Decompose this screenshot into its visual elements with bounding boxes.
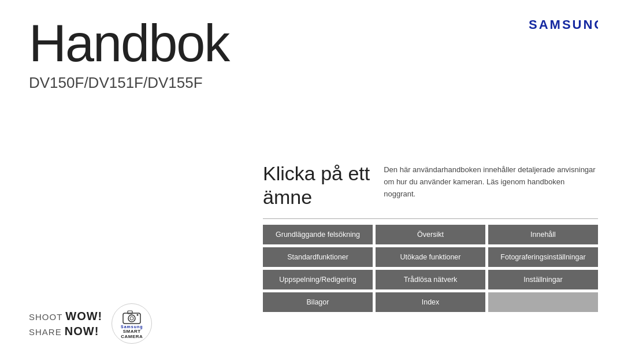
topic-title-line2: ämne xyxy=(263,186,312,208)
svg-point-2 xyxy=(128,315,135,322)
nav-btn-oversikt[interactable]: Översikt xyxy=(376,225,485,244)
title-area: Handbok DV150F/DV151F/DV155F xyxy=(29,17,229,92)
shoot-label: SHOOT xyxy=(29,312,62,322)
wow-label: WOW! xyxy=(65,310,102,322)
share-line: SHARE NOW! xyxy=(29,324,102,339)
nav-btn-index[interactable]: Index xyxy=(376,292,485,312)
samsung-logo: SAMSUNG xyxy=(529,16,598,36)
smart-camera-label: SMART CAMERA xyxy=(114,329,149,339)
nav-btn-utokade[interactable]: Utökade funktioner xyxy=(376,247,485,267)
now-label: NOW! xyxy=(65,325,99,337)
nav-btn-bilagor[interactable]: Bilagor xyxy=(263,292,373,312)
nav-btn-fotografering[interactable]: Fotograferingsinställningar xyxy=(488,247,598,267)
shoot-share-text: SHOOT WOW! SHARE NOW! xyxy=(29,309,102,339)
nav-btn-innehall[interactable]: Innehåll xyxy=(488,225,598,244)
camera-icon xyxy=(122,309,142,325)
nav-btn-empty xyxy=(488,292,598,312)
nav-grid: Grundläggande felsökning Översikt Innehå… xyxy=(263,225,598,312)
click-topic-area: Klicka på ett ämne Den här användarhandb… xyxy=(263,162,598,209)
svg-point-5 xyxy=(137,314,139,315)
right-panel: Klicka på ett ämne Den här användarhandb… xyxy=(263,162,598,312)
click-topic-title: Klicka på ett ämne xyxy=(263,162,370,209)
svg-point-3 xyxy=(130,317,133,320)
nav-btn-tradlosa[interactable]: Trådlösa nätverk xyxy=(376,270,485,289)
click-topic-desc: Den här användarhandboken innehåller det… xyxy=(384,162,598,200)
nav-btn-standardfunktioner[interactable]: Standardfunktioner xyxy=(263,247,373,267)
svg-text:SAMSUNG: SAMSUNG xyxy=(529,17,598,32)
subtitle: DV150F/DV151F/DV155F xyxy=(29,74,229,92)
main-title: Handbok xyxy=(29,17,229,69)
page: SAMSUNG Handbok DV150F/DV151F/DV155F SHO… xyxy=(0,0,624,364)
bottom-branding: SHOOT WOW! SHARE NOW! Samsung SMART CAME… xyxy=(29,303,152,344)
shoot-line: SHOOT WOW! xyxy=(29,309,102,324)
smart-camera-badge: Samsung SMART CAMERA xyxy=(112,303,152,344)
divider xyxy=(263,218,598,219)
nav-btn-uppspelning[interactable]: Uppspelning/Redigering xyxy=(263,270,373,289)
samsung-small-label: Samsung xyxy=(121,325,143,329)
nav-btn-installningar[interactable]: Inställningar xyxy=(488,270,598,289)
nav-btn-grundlaggande[interactable]: Grundläggande felsökning xyxy=(263,225,373,244)
share-label: SHARE xyxy=(29,327,62,337)
topic-title-line1: Klicka på ett xyxy=(263,162,370,184)
